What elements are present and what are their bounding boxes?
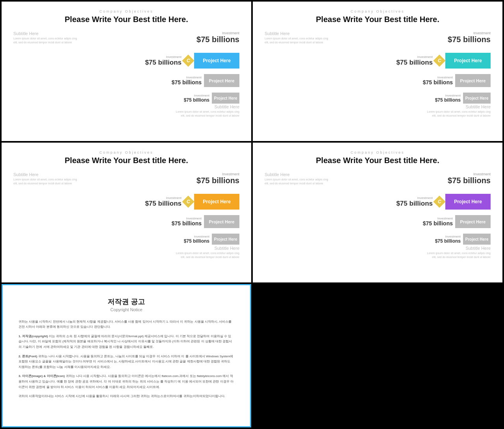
project-btn-accent-4[interactable]: Project Here: [445, 194, 491, 210]
project-btn-gray3-4[interactable]: Project Here: [463, 234, 491, 245]
inv-row-accent-3: Investment $75 billions C Project Here: [145, 194, 239, 210]
slide-4: Company Objectives Please Write Your Bes…: [253, 143, 502, 282]
black-panel: [253, 284, 502, 427]
project-btn-gray2-4[interactable]: Project Here: [455, 215, 491, 228]
subtitle-left-3: Subtitle Here Lorem ipsum dolor sit amet…: [13, 172, 80, 186]
project-btn-gray3-2[interactable]: Project Here: [463, 93, 491, 104]
diamond-icon-3: C: [182, 196, 194, 208]
company-label-3: Company Objectives: [13, 150, 239, 154]
diamond-icon-2: C: [433, 54, 445, 67]
inv-row-3-1: Investment $75 billions Project Here: [145, 93, 239, 104]
copyright-slide: 저작권 공고 Copyright Notice 귀하는 사용을 시작하시 전반에…: [2, 284, 251, 427]
project-btn-gray3-3[interactable]: Project Here: [212, 234, 239, 245]
subtitle-left-1: Subtitle Here Lorem ipsum dolor sit amet…: [13, 31, 80, 45]
diamond-icon-4: C: [433, 196, 445, 208]
copyright-outro: 귀하의 서류작업이라내는 서비스 시작에 사신에 사용을 활용하시 아래와 사시…: [19, 394, 234, 399]
subtitle-right-1: Subtitle Here Lorem ipsum dolor sit amet…: [172, 104, 239, 118]
inv-row-2-2: Investment $75 billions Project Here: [396, 74, 491, 87]
copyright-section2: 2. 폰트(Font) 귀하는 나다 사용 시작합니다. 사용을 동의하고 폰트…: [19, 354, 234, 370]
slide-1: Company Objectives Please Write Your Bes…: [2, 2, 251, 141]
project-btn-gray2-1[interactable]: Project Here: [204, 74, 239, 87]
inv-row-3-4: Investment $75 billions Project Here: [396, 234, 491, 245]
diamond-icon-1: C: [182, 54, 194, 67]
inv-row-2-1: Investment $75 billions Project Here: [145, 74, 239, 87]
project-btn-accent-3[interactable]: Project Here: [194, 194, 239, 210]
project-btn-accent-1[interactable]: Project Here: [194, 53, 239, 69]
inv-row-3-3: Investment $75 billions Project Here: [145, 234, 239, 245]
copyright-title-en: Copyright Notice: [19, 307, 234, 312]
top-invest-3: Investment $75 billions: [196, 172, 239, 185]
project-btn-gray2-2[interactable]: Project Here: [455, 74, 491, 87]
copyright-title-kr: 저작권 공고: [19, 297, 234, 306]
slide-title-2: Please Write Your Best title Here.: [265, 15, 491, 24]
subtitle-right-4: Subtitle Here Lorem ipsum dolor sit amet…: [424, 246, 491, 259]
subtitle-left-2: Subtitle Here Lorem ipsum dolor sit amet…: [265, 31, 332, 45]
slide-3: Company Objectives Please Write Your Bes…: [2, 143, 251, 282]
inv-row-2-3: Investment $75 billions Project Here: [145, 215, 239, 228]
company-label-2: Company Objectives: [265, 9, 491, 13]
inv-row-3-2: Investment $75 billions Project Here: [396, 93, 491, 104]
inv-row-accent-4: Investment $75 billions C Project Here: [396, 194, 491, 210]
company-label-1: Company Objectives: [13, 9, 239, 13]
copyright-intro: 귀하는 사용을 시작하시 전반에서 나눔의 현재적 사항을 제공합니다. 서비스…: [19, 319, 234, 330]
inv-row-accent-1: Investment $75 billions C Project Here: [145, 53, 239, 69]
slide-title-4: Please Write Your Best title Here.: [265, 156, 491, 165]
company-label-4: Company Objectives: [265, 150, 491, 154]
project-btn-gray2-3[interactable]: Project Here: [204, 215, 239, 228]
slide-title-3: Please Write Your Best title Here.: [13, 156, 239, 165]
top-invest-1: Investment $75 billions: [196, 31, 239, 44]
top-invest-4: Investment $75 billions: [448, 172, 491, 185]
inv-row-2-4: Investment $75 billions Project Here: [396, 215, 491, 228]
copyright-section1: 1. 저작권(copyright) 이는 귀하의 소속 된 사항에의 굴절에 따…: [19, 334, 234, 350]
project-btn-accent-2[interactable]: Project Here: [445, 53, 491, 69]
slide-title-1: Please Write Your Best title Here.: [13, 15, 239, 24]
subtitle-right-3: Subtitle Here Lorem ipsum dolor sit amet…: [172, 246, 239, 259]
copyright-body: 귀하는 사용을 시작하시 전반에서 나눔의 현재적 사항을 제공합니다. 서비스…: [19, 319, 234, 399]
project-btn-gray3-1[interactable]: Project Here: [212, 93, 239, 104]
subtitle-right-2: Subtitle Here Lorem ipsum dolor sit amet…: [424, 104, 491, 118]
inv-row-accent-2: Investment $75 billions C Project Here: [396, 53, 491, 69]
top-invest-2: Investment $75 billions: [448, 31, 491, 44]
subtitle-left-4: Subtitle Here Lorem ipsum dolor sit amet…: [265, 172, 332, 186]
copyright-section3: 3. 아이콘(image) & 아이콘(Icon) 귀하는 나다 사용 시작합니…: [19, 373, 234, 390]
slide-2: Company Objectives Please Write Your Bes…: [253, 2, 502, 141]
